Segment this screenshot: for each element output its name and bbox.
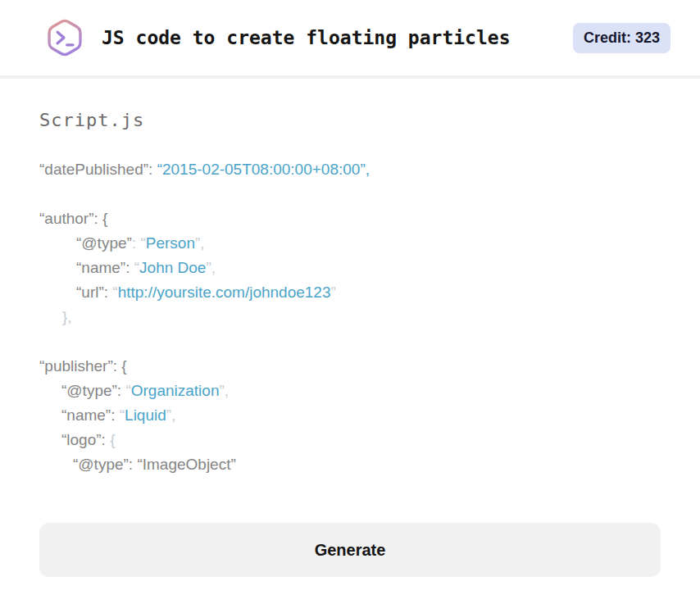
code-line: “author”: { (39, 207, 661, 231)
generate-button[interactable]: Generate (39, 523, 661, 577)
code-line: “@type”: “Person”, (39, 231, 661, 256)
code-line: “name”: “John Doe”, (39, 256, 661, 280)
page-title: JS code to create floating particles (102, 27, 511, 48)
terminal-hexagon-icon (44, 17, 85, 58)
code-line (39, 182, 661, 207)
code-line: “@type”: “ImageObject” (39, 452, 661, 477)
code-block: “datePublished”: “2015-02-05T08:00:00+08… (39, 157, 661, 477)
file-title: Script.js (39, 110, 661, 130)
code-line: “@type”: “Organization”, (39, 379, 661, 403)
code-line: “name”: “Liquid”, (39, 403, 661, 428)
code-line (39, 329, 661, 354)
code-line: “url”: “http://yoursite.com/johndoe123” (39, 280, 661, 305)
app-window: JS code to create floating particles Cre… (0, 0, 700, 577)
code-line: “publisher”: { (39, 354, 661, 379)
code-line: “datePublished”: “2015-02-05T08:00:00+08… (39, 157, 661, 182)
credit-badge: Credit: 323 (573, 23, 670, 53)
code-line: }, (39, 305, 661, 329)
header: JS code to create floating particles Cre… (0, 0, 700, 79)
main-content: Script.js “datePublished”: “2015-02-05T0… (0, 79, 700, 577)
code-line: “logo”: { (39, 428, 661, 452)
